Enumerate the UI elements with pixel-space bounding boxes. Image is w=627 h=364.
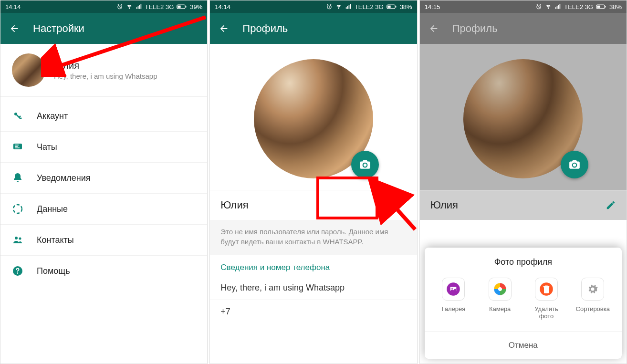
profile-row[interactable]: Юлия Hey, there, i am using Whatsapp: [0, 44, 207, 97]
signal-icon: [554, 3, 561, 10]
option-label: Удалить фото: [527, 305, 565, 320]
name-hint: Это не имя пользователя или пароль. Данн…: [210, 220, 417, 255]
menu-label: Контакты: [37, 235, 74, 245]
back-icon[interactable]: [219, 23, 229, 34]
screen-photo-sheet: 14:15 TELE2 3G 38% Профиль Юлия Фото про…: [419, 0, 627, 364]
change-photo-button[interactable]: [351, 151, 379, 178]
app-header: Профиль: [420, 13, 627, 44]
profile-status: Hey, there, i am using Whatsapp: [54, 72, 157, 80]
back-icon[interactable]: [428, 23, 439, 34]
option-delete[interactable]: Удалить фото: [527, 278, 565, 320]
profile-name: Юлия: [54, 60, 157, 71]
svg-rect-21: [350, 4, 351, 9]
alarm-icon: [535, 3, 542, 10]
profile-photo-area: [210, 44, 417, 190]
status-icons: TELE2 3G 38%: [535, 3, 622, 10]
svg-point-27: [548, 8, 549, 9]
gallery-icon: [442, 278, 465, 301]
battery-label: 39%: [190, 3, 202, 10]
status-icons: TELE2 3G 39%: [116, 3, 203, 10]
option-camera[interactable]: Камера: [481, 278, 519, 320]
delete-icon: [535, 278, 558, 301]
option-gallery[interactable]: Галерея: [434, 278, 472, 320]
settings-menu: Аккаунт Чаты Уведомления Данные Контакты…: [0, 97, 207, 290]
change-photo-button: [561, 151, 588, 178]
svg-rect-7: [178, 6, 181, 8]
carrier-label: TELE2 3G: [355, 3, 384, 10]
svg-rect-33: [597, 6, 600, 8]
menu-label: Аккаунт: [37, 111, 68, 121]
screen-profile: 14:14 TELE2 3G 38% Профиль Юлия Это не и…: [209, 0, 417, 364]
menu-contacts[interactable]: Контакты: [0, 224, 207, 255]
menu-label: Уведомления: [37, 173, 91, 183]
edit-icon: [606, 200, 616, 210]
svg-point-39: [498, 287, 502, 291]
battery-label: 38%: [400, 3, 412, 10]
screen-settings: 14:14 TELE2 3G 39% Настройки Юлия Hey, t…: [0, 0, 208, 364]
name-row: Юлия: [420, 190, 627, 220]
menu-label: Чаты: [37, 142, 57, 152]
photo-bottom-sheet: Фото профиля Галерея Камера Удалить фото: [425, 248, 622, 359]
wifi-icon: [335, 3, 342, 10]
svg-rect-3: [137, 6, 138, 9]
svg-point-12: [15, 237, 18, 239]
svg-point-11: [13, 205, 22, 213]
svg-point-13: [19, 238, 21, 240]
svg-rect-8: [186, 6, 187, 7]
page-title: Профиль: [452, 22, 498, 35]
phone-line[interactable]: +7: [210, 300, 417, 323]
back-icon[interactable]: [9, 23, 20, 34]
profile-photo-area: [420, 44, 627, 190]
svg-rect-34: [605, 6, 606, 7]
svg-rect-28: [555, 7, 556, 9]
chat-icon: [12, 141, 23, 153]
cancel-button[interactable]: Отмена: [425, 332, 622, 359]
menu-data[interactable]: Данные: [0, 193, 207, 224]
svg-point-37: [452, 288, 453, 289]
svg-rect-30: [558, 5, 559, 9]
svg-rect-23: [387, 6, 390, 8]
profile-name: Юлия: [220, 199, 248, 211]
wifi-icon: [545, 3, 552, 10]
menu-help[interactable]: Помощь: [0, 255, 207, 286]
status-bar: 14:15 TELE2 3G 38%: [420, 0, 627, 13]
camera-icon: [359, 158, 371, 171]
alarm-icon: [116, 3, 123, 10]
camera-icon: [568, 158, 581, 171]
option-label: Камера: [489, 305, 511, 313]
signal-icon: [345, 3, 352, 10]
svg-point-17: [338, 8, 339, 9]
menu-label: Данные: [37, 204, 68, 214]
menu-chats[interactable]: Чаты: [0, 131, 207, 162]
help-icon: [12, 265, 23, 277]
alarm-icon: [326, 3, 333, 10]
svg-rect-31: [560, 4, 561, 9]
svg-rect-24: [395, 6, 396, 7]
sheet-options: Галерея Камера Удалить фото Сортировка: [425, 278, 622, 332]
camera-color-icon: [489, 278, 512, 301]
wifi-icon: [126, 3, 133, 10]
status-bar: 14:14 TELE2 3G 39%: [0, 0, 207, 13]
app-header: Настройки: [0, 13, 207, 44]
key-icon: [12, 110, 23, 122]
avatar-icon: [12, 53, 45, 87]
name-row[interactable]: Юлия: [210, 190, 417, 220]
status-time: 14:15: [425, 3, 440, 10]
svg-point-1: [129, 8, 129, 9]
section-title: Сведения и номер телефона: [210, 255, 417, 276]
battery-icon: [177, 3, 187, 10]
option-sort[interactable]: Сортировка: [574, 278, 612, 320]
svg-rect-20: [349, 5, 350, 9]
gear-icon: [581, 278, 604, 301]
status-bar: 14:14 TELE2 3G 38%: [210, 0, 417, 13]
menu-account[interactable]: Аккаунт: [0, 101, 207, 131]
battery-label: 38%: [609, 3, 622, 10]
carrier-label: TELE2 3G: [145, 3, 174, 10]
svg-rect-19: [347, 6, 348, 9]
menu-notifications[interactable]: Уведомления: [0, 162, 207, 193]
profile-name: Юлия: [430, 199, 458, 211]
status-time: 14:14: [215, 3, 230, 10]
page-title: Настройки: [33, 22, 84, 35]
edit-icon[interactable]: [396, 200, 407, 210]
status-line[interactable]: Hey, there, i am using Whatsapp: [210, 276, 417, 300]
